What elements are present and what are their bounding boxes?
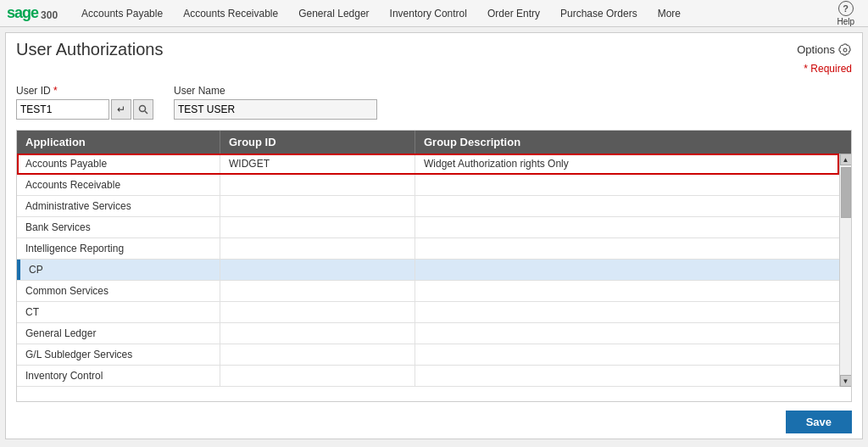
- application-cell: Accounts Payable: [17, 154, 220, 174]
- user-name-input[interactable]: [174, 99, 377, 120]
- table-area: Application Group ID Group Description A…: [16, 130, 852, 402]
- group-desc-cell: [415, 302, 839, 322]
- application-cell: Administrative Services: [17, 196, 220, 216]
- group-id-cell: [220, 323, 415, 344]
- nav-menu: Accounts Payable Accounts Receivable Gen…: [71, 0, 830, 27]
- table-row[interactable]: CT: [17, 302, 839, 323]
- application-cell: G/L Subledger Services: [17, 344, 220, 365]
- group-desc-cell: [415, 281, 839, 301]
- group-id-cell: [220, 302, 415, 322]
- group-desc-cell: [415, 238, 839, 259]
- table-row[interactable]: Accounts Receivable: [17, 175, 839, 196]
- group-id-cell: [220, 366, 415, 386]
- user-id-required-star: *: [53, 85, 58, 97]
- application-cell: Accounts Receivable: [17, 175, 220, 195]
- application-cell: Bank Services: [17, 217, 220, 237]
- group-desc-column-header: Group Description: [415, 131, 851, 154]
- application-cell: Intelligence Reporting: [17, 238, 220, 259]
- table-row[interactable]: Accounts Payable WIDGET Widget Authoriza…: [17, 154, 839, 175]
- help-icon: ?: [838, 1, 854, 16]
- table-row[interactable]: General Ledger: [17, 323, 839, 344]
- group-desc-cell: [415, 323, 839, 344]
- page-header: User Authorizations Options: [6, 33, 862, 63]
- group-id-cell: [220, 196, 415, 216]
- nav-inventory-control[interactable]: Inventory Control: [380, 0, 477, 27]
- application-column-header: Application: [17, 131, 220, 154]
- user-id-input[interactable]: [16, 99, 109, 120]
- table-row[interactable]: Intelligence Reporting: [17, 238, 839, 260]
- scroll-thumb[interactable]: [841, 167, 851, 218]
- table-body: Accounts Payable WIDGET Widget Authoriza…: [17, 154, 839, 387]
- table-row[interactable]: Common Services: [17, 281, 839, 302]
- application-cell: General Ledger: [17, 323, 220, 344]
- user-name-label: User Name: [174, 85, 377, 97]
- group-desc-cell: [415, 366, 839, 386]
- enter-icon-button[interactable]: ↵: [111, 99, 131, 120]
- group-desc-cell: [415, 260, 839, 280]
- nav-accounts-receivable[interactable]: Accounts Receivable: [173, 0, 288, 27]
- user-id-field-group: User ID * ↵: [16, 85, 153, 120]
- table-header: Application Group ID Group Description: [17, 131, 851, 154]
- group-desc-cell: Widget Authorization rights Only: [415, 154, 839, 174]
- group-id-cell: [220, 238, 415, 259]
- row-selected-indicator: [17, 260, 20, 280]
- main-content: User Authorizations Options * Required U…: [5, 32, 863, 439]
- save-button[interactable]: Save: [786, 411, 852, 433]
- options-button[interactable]: Options: [797, 43, 852, 57]
- page-title: User Authorizations: [16, 40, 163, 59]
- sage-300-number: 300: [41, 9, 58, 21]
- nav-more[interactable]: More: [648, 0, 691, 27]
- group-id-cell: [220, 344, 415, 365]
- application-cell: CP: [17, 260, 220, 280]
- user-name-field-group: User Name: [174, 85, 377, 120]
- form-area: User ID * ↵ User Name: [6, 78, 862, 126]
- svg-point-1: [140, 106, 146, 112]
- user-id-row: ↵: [16, 99, 153, 120]
- help-button[interactable]: ? Help: [830, 0, 861, 28]
- table-row[interactable]: G/L Subledger Services: [17, 344, 839, 366]
- group-id-column-header: Group ID: [220, 131, 415, 154]
- application-cell: Inventory Control: [17, 366, 220, 386]
- table-row[interactable]: Administrative Services: [17, 196, 839, 217]
- nav-order-entry[interactable]: Order Entry: [477, 0, 550, 27]
- group-id-cell: [220, 217, 415, 237]
- group-id-cell: [220, 281, 415, 301]
- group-desc-cell: [415, 217, 839, 237]
- user-id-label: User ID *: [16, 85, 153, 97]
- table-row[interactable]: Inventory Control: [17, 366, 839, 387]
- required-note: * Required: [6, 63, 862, 78]
- gear-icon: [838, 43, 852, 57]
- table-scroll-container: Accounts Payable WIDGET Widget Authoriza…: [17, 154, 851, 387]
- footer: Save: [6, 405, 862, 439]
- help-label: Help: [837, 17, 854, 26]
- options-label: Options: [797, 43, 835, 56]
- logo[interactable]: sage 300: [7, 4, 58, 22]
- svg-line-2: [145, 111, 147, 114]
- group-desc-cell: [415, 196, 839, 216]
- application-cell: Common Services: [17, 281, 220, 301]
- application-cell: CT: [17, 302, 220, 322]
- group-id-cell: WIDGET: [220, 154, 415, 174]
- sage-logo-text: sage: [7, 4, 38, 22]
- group-id-cell: [220, 260, 415, 280]
- nav-purchase-orders[interactable]: Purchase Orders: [550, 0, 648, 27]
- table-row[interactable]: Bank Services: [17, 217, 839, 238]
- search-icon: [138, 104, 148, 115]
- scrollbar-track: ▲ ▼: [839, 154, 851, 387]
- scroll-down-arrow[interactable]: ▼: [840, 375, 852, 387]
- scroll-up-arrow[interactable]: ▲: [840, 154, 852, 165]
- group-desc-cell: [415, 175, 839, 195]
- group-desc-cell: [415, 344, 839, 365]
- group-id-cell: [220, 175, 415, 195]
- search-icon-button[interactable]: [133, 99, 153, 120]
- svg-point-0: [843, 48, 847, 52]
- navbar: sage 300 Accounts Payable Accounts Recei…: [0, 0, 868, 27]
- table-row[interactable]: CP: [17, 260, 839, 281]
- nav-general-ledger[interactable]: General Ledger: [288, 0, 379, 27]
- nav-accounts-payable[interactable]: Accounts Payable: [71, 0, 173, 27]
